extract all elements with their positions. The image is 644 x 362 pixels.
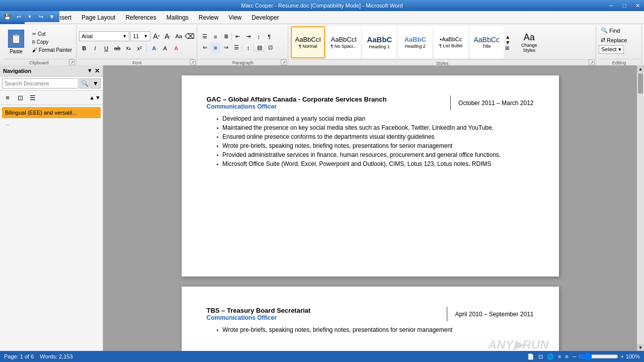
align-right-button[interactable]: ⇒ bbox=[221, 43, 231, 53]
nav-up-button[interactable]: ▲ bbox=[89, 95, 95, 101]
undo-quick-button[interactable]: ↩ bbox=[14, 12, 23, 21]
format-painter-button[interactable]: 🖌 Format Painter bbox=[30, 46, 74, 54]
zoom-in-button[interactable]: + bbox=[620, 353, 623, 359]
page-layout-tab[interactable]: Page Layout bbox=[76, 11, 120, 24]
line-spacing-button[interactable]: ↕ bbox=[243, 43, 253, 53]
style-heading1-button[interactable]: AaBbC Heading 1 bbox=[362, 26, 396, 58]
search-options-button[interactable]: ▼ bbox=[91, 78, 101, 88]
scroll-down-button[interactable]: ▼ bbox=[637, 344, 644, 351]
borders-button[interactable]: ⊡ bbox=[265, 43, 275, 53]
styles-up-button[interactable]: ▲ bbox=[505, 34, 514, 40]
org-block-1: GAC – Global Affairs Canada - Corporate … bbox=[207, 96, 451, 110]
sort-button[interactable]: ↕ bbox=[254, 32, 264, 42]
find-button[interactable]: 🔍 Find bbox=[599, 26, 622, 35]
font-expand-button[interactable]: ↗ bbox=[190, 59, 196, 65]
styles-expand-button[interactable]: ↗ bbox=[589, 59, 595, 65]
scroll-up-button[interactable]: ▲ bbox=[637, 65, 644, 72]
zoom-slider-input[interactable] bbox=[578, 352, 618, 360]
developer-tab[interactable]: Developer bbox=[247, 11, 284, 24]
clear-format-button[interactable]: ⌫ bbox=[185, 31, 195, 41]
scroll-thumb[interactable] bbox=[638, 73, 643, 94]
style-normal-button[interactable]: AaBbCcI ¶ Normal bbox=[291, 26, 325, 58]
minimize-button[interactable]: ─ bbox=[605, 0, 618, 11]
title-text: Marc Cooper - Resume.doc [Compatibility … bbox=[241, 3, 403, 9]
bullet-list-1: ▪ Developed and maintained a yearly soci… bbox=[217, 115, 534, 167]
style-heading2-label: Heading 2 bbox=[405, 44, 426, 49]
editing-content: 🔍 Find ⇄ Replace Select ▾ bbox=[599, 26, 639, 58]
text-highlight-button[interactable]: A bbox=[160, 43, 170, 53]
view-web-button[interactable]: 🌐 bbox=[547, 353, 554, 360]
bullet-item-5: ▪ Provided administrative services in fi… bbox=[217, 151, 534, 158]
undo-arrow-button[interactable]: ▼ bbox=[25, 12, 34, 21]
text-effects-button[interactable]: A bbox=[149, 43, 159, 53]
underline-button[interactable]: U bbox=[101, 43, 111, 53]
style-no-spacing-preview: AaBbCcI bbox=[331, 36, 356, 44]
ribbon: 📋 Paste ✂ Cut ⎘ Copy 🖌 Format Painter bbox=[0, 24, 644, 68]
nav-browse-pages-button[interactable]: ⊡ bbox=[15, 92, 26, 103]
multilevel-button[interactable]: ≣ bbox=[221, 32, 231, 42]
decrease-indent-button[interactable]: ⇤ bbox=[232, 32, 243, 42]
bullets-button[interactable]: ☰ bbox=[200, 32, 210, 42]
replace-button[interactable]: ⇄ Replace bbox=[599, 36, 629, 44]
ribbon-content: 📋 Paste ✂ Cut ⎘ Copy 🖌 Format Painter bbox=[2, 25, 642, 66]
save-quick-button[interactable]: 💾 bbox=[3, 12, 12, 21]
divider bbox=[146, 44, 147, 52]
align-left-button[interactable]: ⇐ bbox=[200, 43, 210, 53]
references-tab[interactable]: References bbox=[120, 11, 161, 24]
strikethrough-button[interactable]: ab bbox=[112, 43, 122, 53]
style-list-bullet-button[interactable]: •AaBbCc ¶ List Bullet bbox=[434, 26, 468, 58]
decrease-font-button[interactable]: A- bbox=[163, 31, 173, 41]
nav-browse-results-button[interactable]: ☰ bbox=[27, 92, 38, 103]
search-button[interactable]: 🔍 bbox=[79, 78, 90, 88]
close-button[interactable]: ✕ bbox=[631, 0, 644, 11]
style-no-spacing-button[interactable]: AaBbCcI ¶ No Spaci... bbox=[327, 26, 361, 58]
shading-button[interactable]: ▤ bbox=[255, 43, 265, 53]
paste-button[interactable]: 📋 Paste bbox=[4, 28, 28, 56]
show-formatting-button[interactable]: ¶ bbox=[264, 32, 274, 42]
zoom-out-button[interactable]: ─ bbox=[573, 353, 577, 359]
view-draft-button[interactable]: ≡ bbox=[565, 353, 568, 359]
nav-down-button[interactable]: ▼ bbox=[95, 95, 101, 101]
italic-button[interactable]: I bbox=[90, 43, 100, 53]
customize-quick-button[interactable]: ▼ bbox=[47, 12, 56, 21]
nav-close-button[interactable]: ✕ bbox=[95, 67, 100, 74]
font-name-dropdown-icon: ▼ bbox=[122, 34, 127, 39]
font-size-combo[interactable]: 11 ▼ bbox=[130, 31, 150, 41]
justify-button[interactable]: ☰ bbox=[231, 43, 242, 53]
styles-more-button[interactable]: ⊞ bbox=[505, 45, 514, 51]
find-icon: 🔍 bbox=[601, 27, 608, 34]
paragraph-expand-button[interactable]: ↗ bbox=[281, 59, 287, 65]
change-styles-button[interactable]: Aa Change Styles bbox=[515, 30, 543, 55]
nav-header: Navigation ▼ ✕ bbox=[0, 65, 103, 77]
align-center-button[interactable]: ≡ bbox=[210, 43, 220, 53]
superscript-button[interactable]: x² bbox=[134, 43, 144, 53]
org-block-2: TBS – Treasury Board Secretariat Communi… bbox=[207, 307, 448, 321]
nav-browse-headings-button[interactable]: ≡ bbox=[2, 92, 13, 103]
numbering-button[interactable]: ≡ bbox=[210, 32, 220, 42]
styles-down-button[interactable]: ▼ bbox=[505, 40, 514, 45]
copy-button[interactable]: ⎘ Copy bbox=[30, 38, 74, 46]
change-case-button[interactable]: Aa bbox=[174, 31, 184, 41]
cut-button[interactable]: ✂ Cut bbox=[30, 30, 74, 38]
nav-item-ellipsis[interactable]: ... bbox=[2, 120, 101, 127]
restore-button[interactable]: □ bbox=[618, 0, 631, 11]
view-print-button[interactable]: 📄 bbox=[527, 353, 534, 360]
bold-button[interactable]: B bbox=[79, 43, 89, 53]
review-tab[interactable]: Review bbox=[194, 11, 223, 24]
increase-font-button[interactable]: A+ bbox=[151, 31, 162, 41]
style-heading2-button[interactable]: AaBbC Heading 2 bbox=[398, 26, 432, 58]
view-tab[interactable]: View bbox=[223, 11, 247, 24]
clipboard-expand-button[interactable]: ↗ bbox=[69, 59, 75, 65]
mailings-tab[interactable]: Mailings bbox=[162, 11, 194, 24]
subscript-button[interactable]: x₂ bbox=[123, 43, 133, 53]
view-fullscreen-button[interactable]: ⊡ bbox=[538, 353, 543, 360]
font-name-combo[interactable]: Arial ▼ bbox=[79, 31, 129, 41]
style-title-button[interactable]: AaBbCc Title bbox=[469, 26, 504, 58]
increase-indent-button[interactable]: ⇥ bbox=[243, 32, 253, 42]
nav-selected-item[interactable]: Bilingual (EEE) and versatil... bbox=[2, 107, 101, 118]
font-color-button[interactable]: A bbox=[171, 43, 181, 53]
select-dropdown[interactable]: Select ▾ bbox=[599, 45, 624, 54]
search-input[interactable] bbox=[2, 78, 78, 88]
view-outline-button[interactable]: ≡ bbox=[558, 353, 561, 359]
redo-quick-button[interactable]: ↪ bbox=[36, 12, 45, 21]
